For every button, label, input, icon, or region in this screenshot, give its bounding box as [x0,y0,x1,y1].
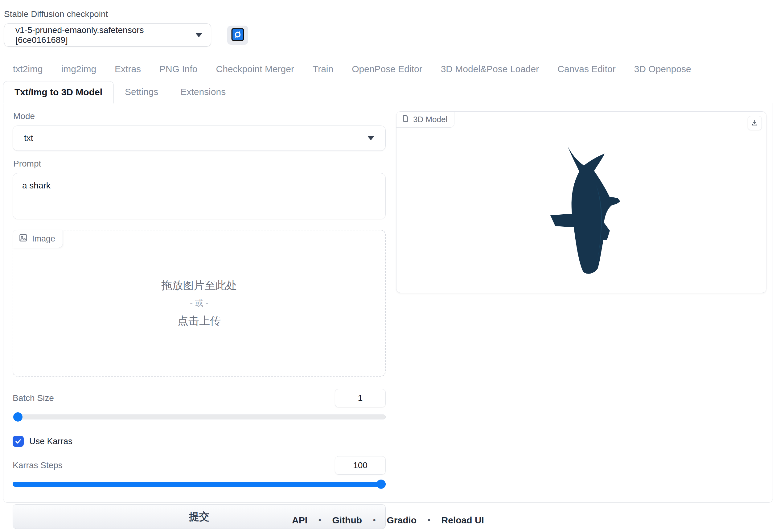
tab-item[interactable]: Canvas Editor [548,59,625,78]
tab-item[interactable]: Extras [106,59,150,78]
batch-size-number-input[interactable] [335,389,386,407]
checkpoint-dropdown-value: v1-5-pruned-emaonly.safetensors [6ce0161… [15,25,195,45]
karras-steps-label: Karras Steps [13,461,62,470]
use-karras-row[interactable]: Use Karras [13,436,386,447]
tab-item[interactable]: txt2img [4,59,52,78]
model-viewer-canvas[interactable] [396,112,766,293]
mode-dropdown[interactable]: txt [13,126,386,151]
use-karras-checkbox[interactable] [13,436,24,447]
checkpoint-bar: Stable Diffusion checkpoint v1-5-pruned-… [0,0,776,46]
footer-link[interactable]: API [292,515,308,526]
karras-steps-number-input[interactable] [335,456,386,475]
slider-fill [13,482,386,487]
karras-steps-row: Karras Steps [13,456,386,475]
model3d-panel: 3D Model [396,111,766,293]
batch-size-slider[interactable] [13,412,386,421]
refresh-icon [231,28,244,42]
shark-3d-model [549,146,621,276]
footer-link[interactable]: Reload UI [416,515,484,526]
image-dropzone[interactable]: Image 拖放图片至此处 - 或 - 点击上传 [13,230,386,377]
prompt-input[interactable]: a shark [13,173,386,219]
download-model-button[interactable] [748,116,762,130]
app-window: Stable Diffusion checkpoint v1-5-pruned-… [0,0,776,532]
tab-content-panel: Mode txt Prompt a shark Image [3,103,773,503]
download-icon [751,119,758,127]
dropzone-instructions: 拖放图片至此处 - 或 - 点击上传 [13,230,385,376]
tab-item[interactable]: Settings [114,81,169,103]
tab-item[interactable]: 3D Openpose [625,59,701,78]
tab-item[interactable]: PNG Info [150,59,207,78]
model3d-panel-tag: 3D Model [396,112,454,128]
tab-row-extension: Txt/Img to 3D ModelSettingsExtensions [0,81,776,103]
tab-item[interactable]: Extensions [169,81,237,103]
dropzone-line1: 拖放图片至此处 [162,278,237,293]
file-icon [401,115,409,125]
use-karras-label: Use Karras [29,436,72,446]
tab-item[interactable]: Train [304,59,343,78]
karras-steps-slider[interactable] [13,480,386,489]
slider-handle[interactable] [376,480,386,489]
footer-link[interactable]: Github [308,515,362,526]
tab-row-main: txt2imgimg2imgExtrasPNG InfoCheckpoint M… [0,59,776,78]
mode-dropdown-value: txt [24,133,33,143]
checkpoint-dropdown[interactable]: v1-5-pruned-emaonly.safetensors [6ce0161… [4,23,211,46]
batch-size-label: Batch Size [13,393,54,403]
tab-item[interactable]: Checkpoint Merger [207,59,304,78]
batch-size-row: Batch Size [13,389,386,407]
mode-label: Mode [13,111,386,121]
slider-track [13,414,386,419]
tab-item[interactable]: Txt/Img to 3D Model [3,81,114,104]
tab-item[interactable]: 3D Model&Pose Loader [432,59,549,78]
slider-handle[interactable] [13,412,22,421]
output-column: 3D Model [396,111,766,502]
prompt-label: Prompt [13,159,386,169]
checkpoint-label: Stable Diffusion checkpoint [4,9,776,19]
dropzone-line2: - 或 - [190,298,208,309]
chevron-down-icon [195,33,202,37]
footer-link[interactable]: Gradio [362,515,416,526]
chevron-down-icon [368,136,374,140]
tab-item[interactable]: OpenPose Editor [343,59,431,78]
dropzone-line3: 点击上传 [178,314,221,328]
refresh-checkpoints-button[interactable] [227,26,248,45]
tab-item[interactable]: img2img [52,59,106,78]
tab-bar: txt2imgimg2imgExtrasPNG InfoCheckpoint M… [0,59,776,103]
model3d-panel-tag-label: 3D Model [413,115,447,124]
input-column: Mode txt Prompt a shark Image [13,111,386,502]
